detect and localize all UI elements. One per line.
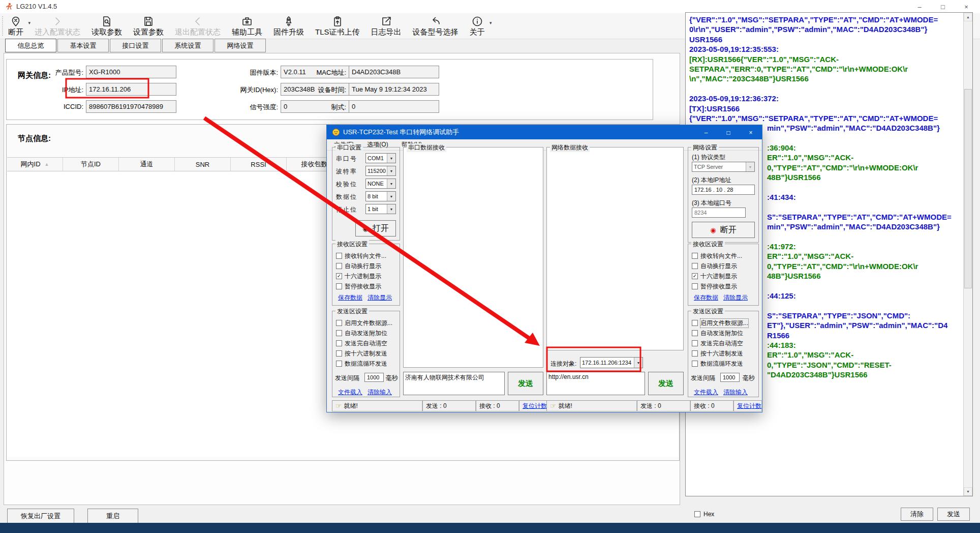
toolbar-item-log-export[interactable]: 日志导出 [371,14,402,38]
checkbox-checked[interactable]: ✓ [336,273,342,279]
chevron-down-icon[interactable]: ▼ [746,162,754,171]
serial-field-combo[interactable]: 8 bit▼ [365,191,396,201]
usr-close-button[interactable]: × [740,126,762,140]
proto-type-combo[interactable]: TCP Server ▼ [692,162,755,172]
option-checkbox-row[interactable]: 数据流循环发送 [336,360,387,368]
tab-system-settings[interactable]: 系统设置 [162,39,213,52]
checkbox[interactable] [336,320,342,326]
serial-recv-area[interactable]: 串口数据接收 [403,147,543,368]
toolbar-item-disconnect[interactable]: 断开▾ [8,14,23,38]
checkbox[interactable] [692,330,698,336]
reboot-button[interactable]: 重启 [87,509,138,524]
action-link[interactable]: 清除输入 [723,388,748,397]
net-recv-area[interactable]: 网络数据接收 [546,147,684,350]
toolbar-item-exit-config[interactable]: 退出配置状态 [175,14,221,38]
chevron-down-icon[interactable]: ▼ [387,154,395,163]
checkbox[interactable] [336,263,342,269]
dropdown-caret-icon[interactable]: ▾ [489,20,492,25]
checkbox[interactable] [336,340,342,346]
toolbar-item-tls-cert-upload[interactable]: TLS证书上传 [315,14,360,38]
checkbox[interactable] [336,361,342,367]
action-link[interactable]: 文件载入 [694,388,718,397]
action-link[interactable]: 清除显示 [368,293,392,302]
hex-option[interactable]: Hex [694,511,714,518]
reset-count-link[interactable]: 复位计数 [737,402,761,410]
option-checkbox-row[interactable]: ✓十六进制显示 [692,272,737,280]
checkbox[interactable] [336,283,342,289]
factory-reset-button[interactable]: 恢复出厂设置 [7,509,74,524]
option-checkbox-row[interactable]: 数据流循环发送 [692,360,743,368]
checkbox[interactable] [336,350,342,357]
checkbox[interactable] [692,320,698,326]
chevron-down-icon[interactable]: ▼ [634,358,642,368]
action-link[interactable]: 保存数据 [338,293,362,302]
scrollbar-thumb[interactable] [964,89,972,288]
checkbox-checked[interactable]: ✓ [692,273,698,279]
option-checkbox-row[interactable]: 自动发送附加位 [336,329,387,337]
usr-minimize-button[interactable]: – [695,126,717,140]
send-interval-input-right[interactable]: 1000 [720,373,740,382]
checkbox[interactable] [692,283,698,289]
option-checkbox-row[interactable]: 接收转向文件... [336,252,386,260]
app-maximize-button[interactable]: □ [931,0,955,13]
toolbar-item-enter-config[interactable]: 进入配置状态 [35,14,80,38]
chevron-down-icon[interactable]: ▼ [387,192,395,201]
checkbox[interactable] [692,253,698,259]
log-scrollbar[interactable]: ▲ ▼ [963,13,972,496]
serial-field-combo[interactable]: NONE▼ [365,179,396,189]
node-column-header[interactable]: SNR [175,158,231,171]
net-send-input[interactable]: http://en.usr.cn [546,372,645,395]
option-checkbox-row[interactable]: ✓十六进制显示 [336,272,381,280]
action-link[interactable]: 文件载入 [338,388,362,397]
serial-open-button[interactable]: ◉ 打开 [355,220,396,236]
connect-target-combo[interactable]: 172.16.11.206:1234 ▼ [580,357,643,368]
option-checkbox-row[interactable]: 按十六进制发送 [692,349,743,358]
checkbox[interactable] [692,361,698,367]
serial-field-combo[interactable]: 115200▼ [365,166,396,176]
scroll-down-icon[interactable]: ▼ [964,487,972,496]
reset-count-link[interactable]: 复位计数 [523,402,547,410]
usr-titlebar[interactable]: USR-TCP232-Test 串口转网络调试助手 –□× [327,125,762,139]
action-link[interactable]: 保存数据 [694,293,718,302]
chevron-down-icon[interactable]: ▼ [387,204,395,214]
chevron-down-icon[interactable]: ▼ [387,166,395,175]
toolbar-item-firmware-upgrade[interactable]: 固件升级 [273,14,304,38]
clear-button[interactable]: 清除 [901,508,933,521]
toolbar-item-read-params[interactable]: 读取参数 [91,14,122,38]
serial-send-input[interactable]: 济南有人物联网技术有限公司 [403,372,505,395]
chevron-down-icon[interactable]: ▼ [387,179,395,188]
scroll-up-icon[interactable]: ▲ [964,13,972,21]
option-checkbox-row[interactable]: 暂停接收显示 [336,282,381,290]
tab-interface-settings[interactable]: 接口设置 [110,39,161,52]
checkbox[interactable] [336,253,342,259]
checkbox[interactable] [692,263,698,269]
option-checkbox-row[interactable]: 发送完自动清空 [336,339,387,347]
node-column-header[interactable]: 通道 [119,158,175,171]
option-checkbox-row[interactable]: 接收转向文件... [692,252,742,260]
option-checkbox-row[interactable]: 自动发送附加位 [692,329,743,337]
node-column-header[interactable]: 网内ID▲ [7,158,63,171]
tab-basic-settings[interactable]: 基本设置 [57,39,109,52]
tab-info-overview[interactable]: 信息总览 [5,39,56,52]
net-send-button[interactable]: 发送 [648,372,684,395]
app-close-button[interactable]: × [955,0,978,13]
hex-checkbox[interactable] [694,511,700,517]
send-interval-input-left[interactable]: 1000 [364,373,384,382]
node-column-header[interactable]: RSSI [231,158,287,171]
action-link[interactable]: 清除显示 [723,293,748,302]
local-ip-input[interactable]: 172.16 . 10 . 28 [692,185,755,195]
serial-send-button[interactable]: 发送 [508,372,543,395]
checkbox[interactable] [692,340,698,346]
serial-field-combo[interactable]: 1 bit▼ [365,204,396,214]
option-checkbox-row[interactable]: 自动换行显示 [336,262,381,270]
serial-field-combo[interactable]: COM1▼ [365,153,396,163]
option-checkbox-row[interactable]: 启用文件数据源... [336,319,392,327]
option-checkbox-row[interactable]: 自动换行显示 [692,262,737,270]
local-port-input[interactable]: 8234 [692,208,746,218]
app-minimize-button[interactable]: – [908,0,931,13]
send-bottom-button[interactable]: 发送 [937,508,970,521]
dropdown-caret-icon[interactable]: ▾ [28,20,30,25]
usr-maximize-button[interactable]: □ [717,126,740,140]
option-checkbox-row[interactable]: 暂停接收显示 [692,282,737,290]
net-disconnect-button[interactable]: ◉ 断开 [692,222,755,238]
